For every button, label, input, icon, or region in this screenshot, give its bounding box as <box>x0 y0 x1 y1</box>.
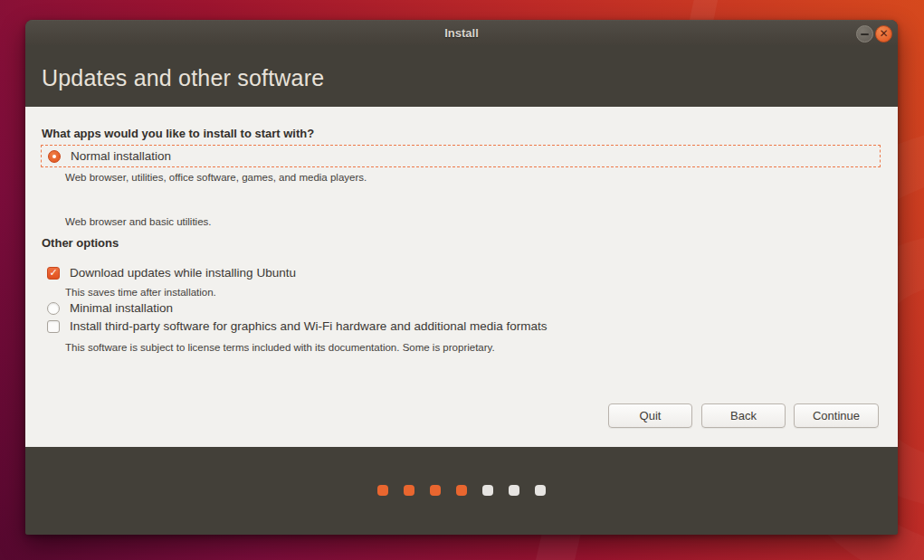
checkbox-label: Download updates while installing Ubuntu <box>70 266 296 280</box>
quit-button[interactable]: Quit <box>608 403 692 428</box>
progress-dot <box>377 485 388 496</box>
radio-description: Web browser, utilities, office software,… <box>65 172 367 183</box>
radio-description: Web browser and basic utilities. <box>65 216 212 227</box>
progress-dot <box>535 485 546 496</box>
header: Updates and other software <box>25 45 898 107</box>
titlebar[interactable]: Install ✕ <box>25 20 898 45</box>
progress-dot <box>509 485 519 496</box>
installer-window: Install ✕ Updates and other software Wha… <box>25 20 898 535</box>
minimize-icon <box>861 33 869 35</box>
page-title: Updates and other software <box>42 65 324 91</box>
progress-dot <box>456 485 467 496</box>
progress-dot <box>482 485 493 496</box>
radio-unselected-icon[interactable] <box>47 302 60 315</box>
radio-selected-icon[interactable] <box>48 150 61 163</box>
other-options-heading: Other options <box>42 236 119 250</box>
question-heading: What apps would you like to install to s… <box>42 127 314 140</box>
check-icon: ✓ <box>49 268 57 278</box>
checkbox-label: Install third-party software for graphic… <box>70 319 547 333</box>
back-button[interactable]: Back <box>701 403 786 428</box>
checkbox-third-party-software[interactable]: Install third-party software for graphic… <box>47 315 547 337</box>
close-icon: ✕ <box>879 28 888 39</box>
content-area: What apps would you like to install to s… <box>25 107 898 447</box>
progress-dot <box>404 485 414 496</box>
checkbox-checked-icon[interactable]: ✓ <box>47 267 60 280</box>
checkbox-description: This saves time after installation. <box>65 287 216 298</box>
minimize-button[interactable] <box>856 25 873 43</box>
checkbox-download-updates[interactable]: ✓ Download updates while installing Ubun… <box>47 261 296 284</box>
radio-label: Normal installation <box>71 149 171 163</box>
progress-dots <box>25 485 898 496</box>
window-controls: ✕ <box>856 25 892 43</box>
radio-option-normal-installation[interactable]: Normal installation <box>41 145 881 167</box>
progress-dot <box>430 485 441 496</box>
continue-button[interactable]: Continue <box>794 403 879 428</box>
footer <box>25 447 898 535</box>
checkbox-unchecked-icon[interactable] <box>47 320 60 333</box>
radio-label: Minimal installation <box>70 301 173 315</box>
checkbox-description: This software is subject to license term… <box>65 342 495 353</box>
window-title: Install <box>444 26 479 40</box>
close-button[interactable]: ✕ <box>875 25 892 43</box>
